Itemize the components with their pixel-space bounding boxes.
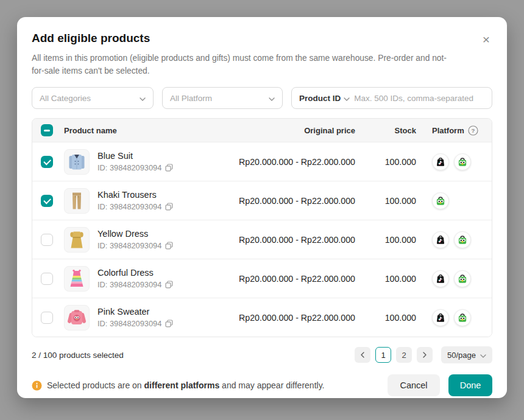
info-icon	[32, 380, 42, 391]
copy-icon[interactable]	[165, 164, 173, 172]
product-id: ID: 398482093094	[97, 202, 161, 211]
cancel-button[interactable]: Cancel	[388, 374, 440, 396]
header-original-price: Original price	[233, 126, 355, 135]
tokopedia-icon	[454, 231, 471, 248]
table-row[interactable]: Blue Suit ID: 398482093094 Rp20.000.000 …	[32, 142, 492, 181]
product-image	[64, 227, 90, 253]
help-icon[interactable]: ?	[468, 125, 478, 136]
product-name: Yellow Dress	[97, 229, 173, 239]
platform-notice: Selected products are on different platf…	[32, 380, 388, 391]
tokopedia-icon	[454, 309, 471, 326]
table-row[interactable]: Colorful Dress ID: 398482093094 Rp20.000…	[32, 259, 492, 298]
dialog-description: All items in this promotion (eligible pr…	[32, 52, 492, 77]
product-stock: 100.000	[355, 196, 416, 206]
product-name: Blue Suit	[97, 151, 173, 161]
page-backdrop: Add eligible products × All items in thi…	[0, 0, 524, 420]
close-icon[interactable]: ×	[480, 32, 492, 47]
product-stock: 100.000	[355, 313, 416, 323]
platform-icons	[416, 192, 483, 209]
copy-icon[interactable]	[165, 281, 173, 289]
platform-filter-value: All Platform	[170, 94, 212, 103]
product-id: ID: 398482093094	[97, 280, 161, 289]
platform-icons	[416, 309, 483, 326]
tiktok-shop-icon	[432, 153, 449, 170]
filter-bar: All Categories All Platform Product ID	[32, 87, 492, 109]
tokopedia-icon	[454, 153, 471, 170]
copy-icon[interactable]	[165, 242, 173, 250]
product-id: ID: 398482093094	[97, 319, 161, 328]
dialog-actions-bar: Selected products are on different platf…	[32, 374, 492, 396]
header-stock: Stock	[355, 126, 416, 135]
platform-filter[interactable]: All Platform	[162, 87, 283, 109]
product-id: ID: 398482093094	[97, 163, 161, 172]
header-product-name: Product name	[59, 126, 233, 135]
product-price: Rp20.000.000 - Rp22.000.000	[233, 235, 355, 245]
product-id: ID: 398482093094	[97, 241, 161, 250]
table-footer: 2 / 100 products selected 1 2 50/page	[32, 346, 492, 363]
prev-page-button[interactable]	[355, 347, 370, 363]
table-row[interactable]: Pink Sweater ID: 398482093094 Rp20.000.0…	[32, 298, 492, 337]
table-header: Product name Original price Stock Platfo…	[32, 119, 492, 142]
product-price: Rp20.000.000 - Rp22.000.000	[233, 157, 355, 167]
page-size-select[interactable]: 50/page	[441, 346, 492, 363]
chevron-down-icon	[480, 351, 486, 360]
product-id-input[interactable]	[354, 94, 484, 103]
notice-text: Selected products are on different platf…	[47, 380, 325, 390]
row-checkbox[interactable]	[41, 312, 53, 324]
done-button[interactable]: Done	[448, 374, 492, 396]
product-name: Pink Sweater	[97, 307, 173, 317]
category-filter-value: All Categories	[40, 94, 91, 103]
copy-icon[interactable]	[165, 203, 173, 211]
pagination: 1 2 50/page	[355, 346, 492, 363]
tokopedia-icon	[454, 270, 471, 287]
product-image	[64, 188, 90, 214]
product-name: Colorful Dress	[97, 268, 173, 278]
row-checkbox[interactable]	[41, 156, 53, 168]
platform-icons	[416, 153, 483, 170]
tiktok-shop-icon	[432, 270, 449, 287]
product-stock: 100.000	[355, 235, 416, 245]
product-price: Rp20.000.000 - Rp22.000.000	[233, 313, 355, 323]
tiktok-shop-icon	[432, 231, 449, 248]
tiktok-shop-icon	[432, 309, 449, 326]
row-checkbox[interactable]	[41, 195, 53, 207]
products-table: Product name Original price Stock Platfo…	[32, 118, 492, 337]
next-page-button[interactable]	[417, 347, 433, 363]
chevron-down-icon	[269, 94, 275, 103]
platform-icons	[416, 270, 483, 287]
copy-icon[interactable]	[165, 320, 173, 327]
chevron-down-icon	[344, 94, 350, 103]
select-all-checkbox[interactable]	[41, 124, 53, 136]
tokopedia-icon	[432, 192, 449, 209]
category-filter[interactable]: All Categories	[32, 87, 154, 109]
product-image	[64, 149, 90, 175]
table-body: Blue Suit ID: 398482093094 Rp20.000.000 …	[32, 142, 492, 337]
product-image	[64, 305, 90, 331]
page-button-1[interactable]: 1	[375, 347, 391, 363]
product-price: Rp20.000.000 - Rp22.000.000	[233, 196, 355, 206]
chevron-down-icon	[140, 94, 146, 103]
table-row[interactable]: Khaki Trousers ID: 398482093094 Rp20.000…	[32, 181, 492, 220]
platform-icons	[416, 231, 483, 248]
table-row[interactable]: Yellow Dress ID: 398482093094 Rp20.000.0…	[32, 220, 492, 259]
product-stock: 100.000	[355, 157, 416, 167]
product-image	[64, 266, 90, 292]
product-price: Rp20.000.000 - Rp22.000.000	[233, 274, 355, 284]
row-checkbox[interactable]	[41, 273, 53, 285]
row-checkbox[interactable]	[41, 234, 53, 246]
header-platform: Platform	[432, 126, 464, 135]
selected-summary: 2 / 100 products selected	[32, 351, 124, 360]
page-button-2[interactable]: 2	[396, 347, 412, 363]
product-id-type-select[interactable]: Product ID	[299, 94, 350, 103]
dialog-title: Add eligible products	[32, 32, 150, 45]
product-stock: 100.000	[355, 274, 416, 284]
product-id-filter: Product ID	[291, 87, 492, 109]
product-name: Khaki Trousers	[97, 190, 173, 200]
add-eligible-products-dialog: Add eligible products × All items in thi…	[17, 17, 507, 398]
svg-text:?: ?	[471, 127, 475, 134]
